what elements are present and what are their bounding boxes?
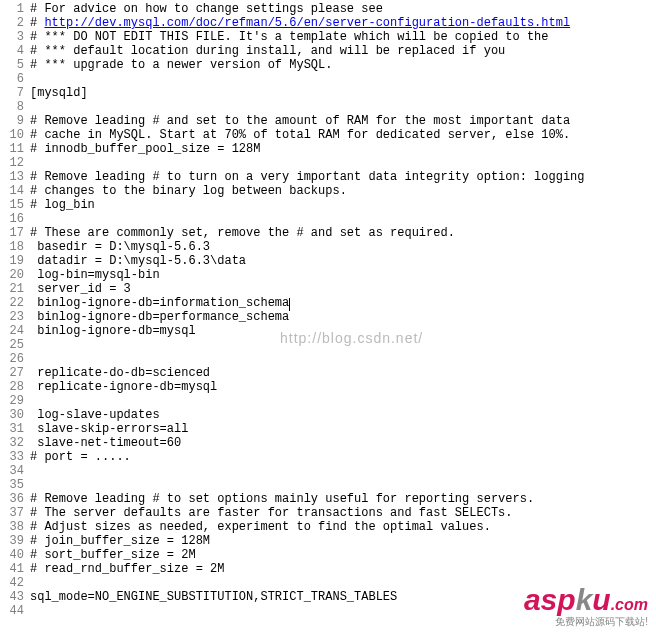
code-line[interactable]: # innodb_buffer_pool_size = 128M xyxy=(30,142,656,156)
line-number: 3 xyxy=(0,30,24,44)
logo-tld: .com xyxy=(611,596,648,613)
code-line[interactable]: # *** DO NOT EDIT THIS FILE. It's a temp… xyxy=(30,30,656,44)
line-number: 34 xyxy=(0,464,24,478)
code-line[interactable] xyxy=(30,394,656,408)
line-number: 22 xyxy=(0,296,24,310)
line-number: 31 xyxy=(0,422,24,436)
logo-k: k xyxy=(576,583,593,616)
code-area[interactable]: # For advice on how to change settings p… xyxy=(30,0,656,635)
code-editor[interactable]: 1234567891011121314151617181920212223242… xyxy=(0,0,656,635)
code-line[interactable] xyxy=(30,338,656,352)
code-line[interactable]: replicate-ignore-db=mysql xyxy=(30,380,656,394)
line-number: 35 xyxy=(0,478,24,492)
line-number: 9 xyxy=(0,114,24,128)
line-number: 14 xyxy=(0,184,24,198)
code-line[interactable]: # The server defaults are faster for tra… xyxy=(30,506,656,520)
text-cursor xyxy=(289,298,290,311)
line-number: 4 xyxy=(0,44,24,58)
code-line[interactable]: # Adjust sizes as needed, experiment to … xyxy=(30,520,656,534)
line-number: 11 xyxy=(0,142,24,156)
line-number: 18 xyxy=(0,240,24,254)
line-number: 24 xyxy=(0,324,24,338)
code-line[interactable]: # Remove leading # to turn on a very imp… xyxy=(30,170,656,184)
line-number: 21 xyxy=(0,282,24,296)
line-number: 44 xyxy=(0,604,24,618)
code-line[interactable]: server_id = 3 xyxy=(30,282,656,296)
code-line[interactable] xyxy=(30,156,656,170)
logo-u: u xyxy=(592,583,610,616)
code-line[interactable]: binlog-ignore-db=performance_schema xyxy=(30,310,656,324)
line-number: 5 xyxy=(0,58,24,72)
code-line[interactable]: binlog-ignore-db=information_schema xyxy=(30,296,656,310)
code-line[interactable]: # log_bin xyxy=(30,198,656,212)
line-number: 16 xyxy=(0,212,24,226)
line-number: 10 xyxy=(0,128,24,142)
code-line[interactable]: # changes to the binary log between back… xyxy=(30,184,656,198)
line-number-gutter: 1234567891011121314151617181920212223242… xyxy=(0,0,30,635)
line-number: 17 xyxy=(0,226,24,240)
line-number: 1 xyxy=(0,2,24,16)
line-number: 27 xyxy=(0,366,24,380)
code-line[interactable]: basedir = D:\mysql-5.6.3 xyxy=(30,240,656,254)
code-line[interactable]: # *** upgrade to a newer version of MySQ… xyxy=(30,58,656,72)
code-line[interactable] xyxy=(30,464,656,478)
line-number: 33 xyxy=(0,450,24,464)
line-number: 20 xyxy=(0,268,24,282)
site-logo: aspku.com 免费网站源码下载站! xyxy=(524,583,648,629)
line-number: 41 xyxy=(0,562,24,576)
code-line[interactable]: # http://dev.mysql.com/doc/refman/5.6/en… xyxy=(30,16,656,30)
code-line[interactable]: # read_rnd_buffer_size = 2M xyxy=(30,562,656,576)
line-number: 25 xyxy=(0,338,24,352)
code-line[interactable]: binlog-ignore-db=mysql xyxy=(30,324,656,338)
code-line[interactable]: [mysqld] xyxy=(30,86,656,100)
line-number: 42 xyxy=(0,576,24,590)
line-number: 29 xyxy=(0,394,24,408)
code-line[interactable] xyxy=(30,212,656,226)
code-line[interactable] xyxy=(30,72,656,86)
line-number: 26 xyxy=(0,352,24,366)
line-number: 12 xyxy=(0,156,24,170)
line-number: 36 xyxy=(0,492,24,506)
line-number: 43 xyxy=(0,590,24,604)
line-number: 8 xyxy=(0,100,24,114)
code-line[interactable] xyxy=(30,478,656,492)
line-number: 39 xyxy=(0,534,24,548)
code-line[interactable] xyxy=(30,352,656,366)
code-line[interactable]: slave-net-timeout=60 xyxy=(30,436,656,450)
code-line[interactable]: replicate-do-db=scienced xyxy=(30,366,656,380)
code-line[interactable]: # For advice on how to change settings p… xyxy=(30,2,656,16)
code-line[interactable]: # Remove leading # to set options mainly… xyxy=(30,492,656,506)
code-line[interactable]: # join_buffer_size = 128M xyxy=(30,534,656,548)
line-number: 30 xyxy=(0,408,24,422)
hyperlink[interactable]: http://dev.mysql.com/doc/refman/5.6/en/s… xyxy=(44,16,570,30)
line-number: 7 xyxy=(0,86,24,100)
line-number: 23 xyxy=(0,310,24,324)
code-line[interactable]: # sort_buffer_size = 2M xyxy=(30,548,656,562)
logo-brand-text: asp xyxy=(524,583,576,616)
line-number: 28 xyxy=(0,380,24,394)
line-number: 19 xyxy=(0,254,24,268)
code-line[interactable]: log-slave-updates xyxy=(30,408,656,422)
code-line[interactable]: datadir = D:\mysql-5.6.3\data xyxy=(30,254,656,268)
code-line[interactable]: slave-skip-errors=all xyxy=(30,422,656,436)
line-number: 15 xyxy=(0,198,24,212)
code-line[interactable] xyxy=(30,100,656,114)
line-number: 38 xyxy=(0,520,24,534)
line-number: 40 xyxy=(0,548,24,562)
code-line[interactable]: # cache in MySQL. Start at 70% of total … xyxy=(30,128,656,142)
code-line[interactable]: # port = ..... xyxy=(30,450,656,464)
line-number: 2 xyxy=(0,16,24,30)
line-number: 6 xyxy=(0,72,24,86)
code-line[interactable]: log-bin=mysql-bin xyxy=(30,268,656,282)
code-line[interactable]: # *** default location during install, a… xyxy=(30,44,656,58)
code-line[interactable]: # Remove leading # and set to the amount… xyxy=(30,114,656,128)
line-number: 32 xyxy=(0,436,24,450)
line-number: 37 xyxy=(0,506,24,520)
logo-tagline: 免费网站源码下载站! xyxy=(524,615,648,629)
code-text: # xyxy=(30,16,44,30)
line-number: 13 xyxy=(0,170,24,184)
code-line[interactable]: # These are commonly set, remove the # a… xyxy=(30,226,656,240)
